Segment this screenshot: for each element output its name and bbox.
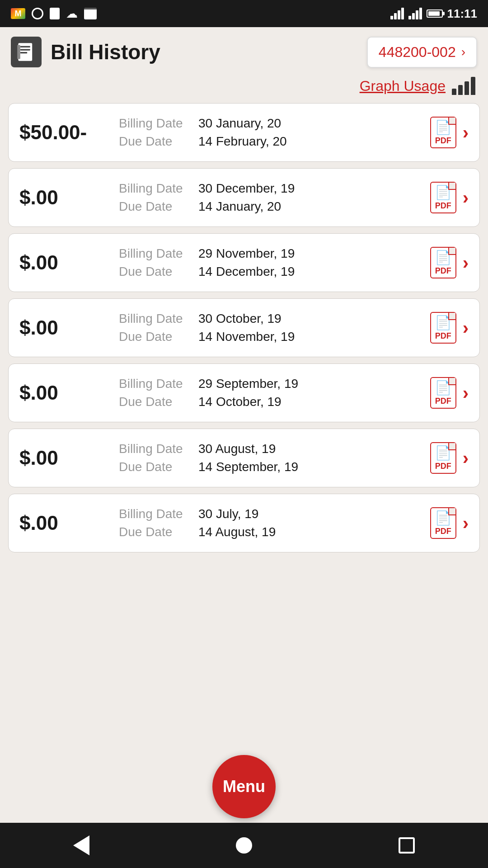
- pdf-text-0: PDF: [435, 136, 451, 146]
- bill-amount-4: $.00: [19, 382, 110, 404]
- menu-button-label: Menu: [223, 777, 265, 796]
- bill-actions-3: 📄 PDF ›: [430, 312, 469, 344]
- due-date-label-2: Due Date: [119, 264, 191, 279]
- pdf-icon-3[interactable]: 📄 PDF: [430, 312, 456, 344]
- bill-dates-0: Billing Date 30 January, 20 Due Date 14 …: [119, 116, 421, 149]
- bill-dates-5: Billing Date 30 August, 19 Due Date 14 S…: [119, 442, 421, 474]
- bill-actions-0: 📄 PDF ›: [430, 117, 469, 148]
- pdf-symbol-4: 📄: [435, 380, 451, 396]
- bill-dates-4: Billing Date 29 September, 19 Due Date 1…: [119, 377, 421, 409]
- pdf-text-3: PDF: [435, 331, 451, 341]
- billing-date-value-5: 30 August, 19: [198, 442, 276, 456]
- battery-icon: [427, 9, 443, 18]
- billing-date-row-0: Billing Date 30 January, 20: [119, 116, 421, 131]
- bill-actions-6: 📄 PDF ›: [430, 507, 469, 539]
- nav-recent-button[interactable]: [399, 837, 415, 854]
- billing-date-value-0: 30 January, 20: [198, 116, 281, 131]
- signal-icon: [408, 8, 422, 19]
- account-chevron-icon: ›: [461, 45, 465, 59]
- nav-back-button[interactable]: [73, 835, 89, 855]
- due-date-row-5: Due Date 14 September, 19: [119, 460, 421, 474]
- pdf-symbol-1: 📄: [435, 184, 451, 200]
- wifi-icon: [390, 8, 404, 19]
- bill-amount-0: $50.00-: [19, 121, 110, 144]
- back-icon: [73, 835, 89, 855]
- pdf-icon-4[interactable]: 📄 PDF: [430, 377, 456, 409]
- pdf-icon-6[interactable]: 📄 PDF: [430, 507, 456, 539]
- bill-item-3[interactable]: $.00 Billing Date 30 October, 19 Due Dat…: [8, 298, 480, 357]
- nav-home-button[interactable]: [236, 837, 252, 854]
- svg-rect-2: [20, 49, 30, 50]
- bill-item-4[interactable]: $.00 Billing Date 29 September, 19 Due D…: [8, 363, 480, 422]
- navigation-bar: [0, 823, 488, 868]
- header-left: Bill History: [11, 37, 160, 67]
- menu-button[interactable]: Menu: [212, 755, 276, 818]
- due-date-row-4: Due Date 14 October, 19: [119, 395, 421, 409]
- menu-area: Menu: [212, 755, 276, 818]
- bill-item-2[interactable]: $.00 Billing Date 29 November, 19 Due Da…: [8, 233, 480, 292]
- due-date-row-2: Due Date 14 December, 19: [119, 264, 421, 279]
- bill-item-1[interactable]: $.00 Billing Date 30 December, 19 Due Da…: [8, 168, 480, 227]
- billing-date-value-1: 30 December, 19: [198, 181, 295, 196]
- time-display: 11:11: [447, 7, 478, 21]
- billing-date-row-5: Billing Date 30 August, 19: [119, 442, 421, 456]
- billing-date-label-2: Billing Date: [119, 246, 191, 261]
- bill-item-0[interactable]: $50.00- Billing Date 30 January, 20 Due …: [8, 103, 480, 162]
- due-date-label-3: Due Date: [119, 330, 191, 344]
- billing-date-label-1: Billing Date: [119, 181, 191, 196]
- svg-rect-3: [20, 52, 27, 53]
- chevron-right-5: ›: [463, 448, 469, 468]
- home-icon: [236, 837, 252, 854]
- graph-usage-bar: Graph Usage: [0, 77, 488, 103]
- pdf-icon-5[interactable]: 📄 PDF: [430, 442, 456, 474]
- pdf-symbol-5: 📄: [435, 445, 451, 461]
- pdf-symbol-0: 📄: [435, 119, 451, 135]
- page-title: Bill History: [51, 40, 160, 64]
- due-date-value-1: 14 January, 20: [198, 199, 281, 214]
- billing-date-row-1: Billing Date 30 December, 19: [119, 181, 421, 196]
- billing-date-value-3: 30 October, 19: [198, 311, 282, 326]
- chevron-right-4: ›: [463, 383, 469, 403]
- bill-amount-2: $.00: [19, 251, 110, 274]
- account-number-button[interactable]: 448200-002 ›: [367, 37, 477, 68]
- billing-date-row-3: Billing Date 30 October, 19: [119, 311, 421, 326]
- bill-item-6[interactable]: $.00 Billing Date 30 July, 19 Due Date 1…: [8, 494, 480, 552]
- chevron-right-1: ›: [463, 188, 469, 208]
- pdf-symbol-3: 📄: [435, 315, 451, 330]
- bill-actions-4: 📄 PDF ›: [430, 377, 469, 409]
- account-number-text: 448200-002: [379, 44, 456, 61]
- bill-item-5[interactable]: $.00 Billing Date 30 August, 19 Due Date…: [8, 429, 480, 487]
- billing-date-label-3: Billing Date: [119, 311, 191, 326]
- svg-rect-4: [17, 45, 20, 59]
- pdf-symbol-6: 📄: [435, 510, 451, 526]
- pdf-text-4: PDF: [435, 396, 451, 406]
- svg-rect-1: [20, 46, 30, 47]
- pdf-icon-2[interactable]: 📄 PDF: [430, 247, 456, 278]
- bill-amount-6: $.00: [19, 512, 110, 534]
- recent-icon: [399, 837, 415, 854]
- bill-list: $50.00- Billing Date 30 January, 20 Due …: [0, 103, 488, 868]
- billing-date-label-0: Billing Date: [119, 116, 191, 131]
- due-date-label-6: Due Date: [119, 525, 191, 539]
- status-bar-left: M ☁: [11, 7, 97, 21]
- bill-actions-5: 📄 PDF ›: [430, 442, 469, 474]
- sim-icon: [50, 8, 60, 19]
- pdf-icon-1[interactable]: 📄 PDF: [430, 182, 456, 213]
- chevron-right-2: ›: [463, 253, 469, 273]
- cloud-icon: ☁: [66, 7, 78, 21]
- graph-usage-link[interactable]: Graph Usage: [360, 78, 446, 94]
- pdf-text-1: PDF: [435, 201, 451, 211]
- due-date-row-1: Due Date 14 January, 20: [119, 199, 421, 214]
- bill-amount-5: $.00: [19, 447, 110, 469]
- billing-date-label-5: Billing Date: [119, 442, 191, 456]
- due-date-value-3: 14 November, 19: [198, 330, 295, 344]
- bill-dates-6: Billing Date 30 July, 19 Due Date 14 Aug…: [119, 507, 421, 539]
- due-date-row-3: Due Date 14 November, 19: [119, 330, 421, 344]
- pdf-icon-0[interactable]: 📄 PDF: [430, 117, 456, 148]
- bill-svg-icon: [16, 42, 36, 62]
- status-bar-right: 11:11: [390, 7, 478, 21]
- billing-date-label-6: Billing Date: [119, 507, 191, 521]
- bill-dates-2: Billing Date 29 November, 19 Due Date 14…: [119, 246, 421, 279]
- due-date-label-1: Due Date: [119, 199, 191, 214]
- billing-date-label-4: Billing Date: [119, 377, 191, 391]
